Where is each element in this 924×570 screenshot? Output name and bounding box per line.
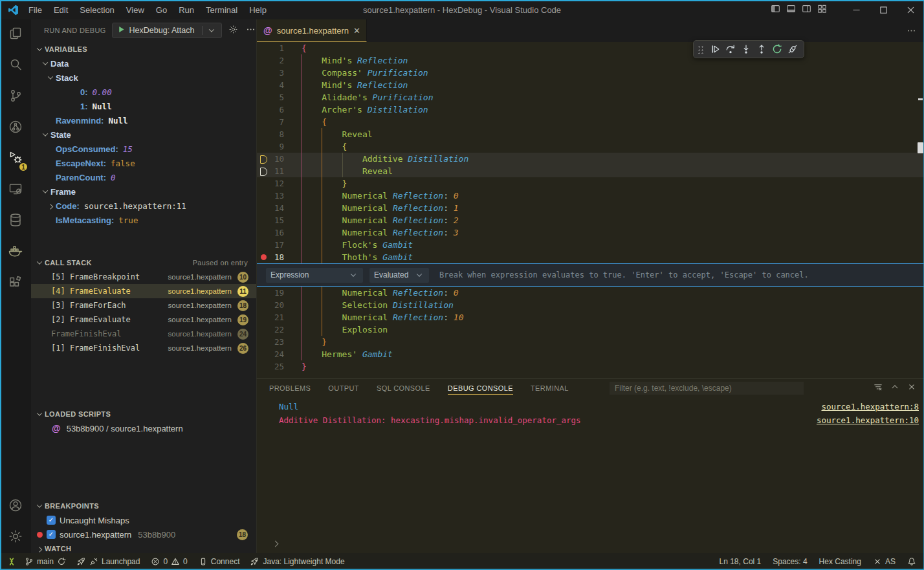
code-line[interactable]: 23 } (257, 336, 924, 348)
gutter-icon[interactable] (257, 348, 270, 360)
call-stack-frame[interactable]: [3] FrameForEach source1.hexpattern 18 (31, 298, 256, 312)
menu-item[interactable]: View (120, 5, 150, 15)
watch-header[interactable]: WATCH (31, 542, 256, 553)
gutter-icon[interactable] (257, 177, 270, 190)
tree-chevron-icon[interactable] (45, 72, 56, 83)
loaded-script-item[interactable]: @ 53b8b900 / source1.hexpattern (31, 421, 256, 435)
step-into-icon[interactable] (738, 41, 754, 57)
status-bar-item[interactable]: 0 0 (151, 557, 187, 566)
gutter-icon[interactable] (257, 360, 270, 373)
gutter-icon[interactable] (257, 226, 270, 239)
activity-bar-item[interactable] (0, 237, 31, 268)
code-line[interactable]: 6 Archer's Distillation (257, 104, 924, 116)
restart-icon[interactable] (769, 41, 785, 57)
variable-row[interactable]: OpsConsumed: 15 (31, 142, 256, 156)
status-bar-item[interactable]: Spaces: 4 (773, 557, 807, 566)
menu-item[interactable]: Edit (48, 5, 74, 15)
breakpoint-checkbox[interactable] (47, 516, 56, 525)
continue-icon[interactable] (707, 41, 723, 57)
debug-start-icon[interactable] (117, 25, 126, 36)
source-link[interactable]: source1.hexpattern:10 (817, 413, 919, 427)
code-line[interactable]: 4 Mind's Reflection (257, 79, 924, 91)
activity-bar-item[interactable] (0, 175, 31, 206)
layout-sidebar-icon[interactable] (771, 4, 780, 16)
menu-item[interactable]: Run (173, 5, 200, 15)
status-bar-item[interactable]: AS (873, 557, 896, 566)
breakpoint-checkbox[interactable] (47, 530, 56, 539)
gutter-icon[interactable] (257, 287, 270, 299)
debug-config-select[interactable]: HexDebug: Attach (112, 23, 222, 38)
code-line[interactable]: 14 Numerical Reflection: 1 (257, 202, 924, 214)
repl-prompt-icon[interactable] (272, 541, 279, 547)
layout-panel-icon[interactable] (786, 4, 796, 16)
chevron-up-icon[interactable] (890, 382, 899, 394)
tree-chevron-icon[interactable] (40, 186, 50, 197)
status-bar-item[interactable]: Java: Lightweight Mode (250, 557, 344, 566)
gutter-icon[interactable] (257, 311, 270, 323)
loaded-scripts-header[interactable]: LOADED SCRIPTS (31, 407, 256, 421)
code-line[interactable]: 9 { (257, 140, 924, 153)
editor-tab[interactable]: @ source1.hexpattern ✕ (257, 19, 367, 42)
call-stack-frame[interactable]: [1] FrameFinishEval source1.hexpattern 2… (31, 341, 256, 355)
call-stack-header[interactable]: CALL STACK Paused on entry (31, 256, 256, 270)
more-icon[interactable] (246, 25, 256, 36)
code-line[interactable]: 15 Numerical Reflection: 2 (257, 214, 924, 226)
layout-grid-icon[interactable] (817, 4, 827, 16)
gutter-icon[interactable] (257, 67, 270, 79)
code-line[interactable]: 20 Selection Distillation (257, 299, 924, 311)
disconnect-icon[interactable] (785, 41, 800, 57)
code-line[interactable]: 21 Numerical Reflection: 10 (257, 311, 924, 323)
code-line[interactable]: 19 Numerical Reflection: 0 (257, 287, 924, 299)
status-bar-item[interactable]: Hex Casting (819, 557, 861, 566)
panel-tab[interactable]: DEBUG CONSOLE (448, 380, 513, 397)
variable-row[interactable]: Stack (31, 71, 256, 85)
activity-bar-item[interactable]: 1 (0, 144, 31, 175)
drag-grip-icon[interactable] (697, 45, 705, 54)
code-line[interactable]: 24 Hermes' Gambit (257, 348, 924, 360)
code-line[interactable]: 22 Explosion (257, 323, 924, 336)
activity-bar-item[interactable] (0, 82, 31, 113)
gutter-icon[interactable] (257, 79, 270, 91)
more-icon[interactable] (907, 26, 916, 38)
status-bar-item[interactable]: Ln 18, Col 1 (720, 557, 762, 566)
variable-row[interactable]: State (31, 127, 256, 142)
condition-input[interactable]: Break when expression evaluates to true.… (439, 270, 809, 280)
variable-row[interactable]: EscapeNext: false (31, 156, 256, 170)
remote-indicator[interactable] (6, 553, 17, 570)
variable-row[interactable]: Frame (31, 184, 256, 199)
variable-row[interactable]: 0: 0.00 (31, 85, 256, 99)
code-line[interactable]: 8 Reveal (257, 128, 924, 140)
breakpoint-item[interactable]: Uncaught Mishaps (31, 513, 256, 527)
code-line[interactable]: 11 Reveal (257, 165, 924, 177)
status-bar-item[interactable]: Launchpad (77, 557, 140, 566)
gutter-icon[interactable] (257, 128, 270, 140)
activity-bar-item[interactable] (0, 50, 31, 82)
menu-item[interactable]: File (23, 5, 48, 15)
step-out-icon[interactable] (754, 41, 769, 57)
gutter-icon[interactable] (257, 214, 270, 226)
activity-bar-item[interactable] (0, 19, 31, 50)
gutter-icon[interactable] (257, 42, 270, 54)
window-maximize-icon[interactable] (870, 0, 897, 19)
menu-item[interactable]: Go (150, 5, 173, 15)
panel-tab[interactable]: SQL CONSOLE (377, 380, 430, 397)
code-line[interactable]: 7 { (257, 116, 924, 128)
variable-row[interactable]: ParenCount: 0 (31, 170, 256, 184)
settings-icon[interactable] (228, 25, 238, 36)
panel-tab[interactable]: TERMINAL (531, 380, 569, 397)
console-filter-input[interactable] (610, 382, 804, 395)
layout-right-icon[interactable] (802, 4, 811, 16)
status-bar-item[interactable]: Connect (199, 557, 240, 566)
menu-item[interactable]: Terminal (200, 5, 243, 15)
tree-chevron-icon[interactable] (45, 201, 56, 211)
activity-bar-item[interactable] (0, 113, 31, 144)
gutter-icon[interactable] (257, 299, 270, 311)
variable-row[interactable]: Data (31, 56, 256, 71)
window-close-icon[interactable] (897, 0, 924, 19)
gutter-icon[interactable] (257, 116, 270, 128)
menu-item[interactable]: Selection (74, 5, 120, 15)
status-bar-item[interactable] (907, 557, 916, 566)
code-line[interactable]: 12 } (257, 177, 924, 190)
tree-chevron-icon[interactable] (40, 129, 50, 140)
breakpoint-type-select[interactable]: Expression (266, 268, 363, 283)
